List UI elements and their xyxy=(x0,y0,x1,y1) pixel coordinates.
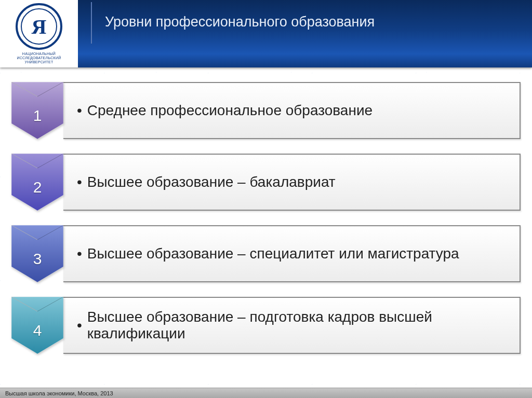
list-item: 1 • Среднее профессиональное образование xyxy=(11,82,521,139)
bullet-icon: • xyxy=(77,317,82,334)
levels-list: 1 • Среднее профессиональное образование… xyxy=(0,67,532,354)
list-item: 2 • Высшее образование – бакалавриат xyxy=(11,154,521,211)
list-item: 4 • Высшее образование – подготовка кадр… xyxy=(11,297,521,354)
level-number: 2 xyxy=(33,179,42,196)
level-text-box: • Высшее образование – подготовка кадров… xyxy=(63,297,521,354)
footer-text: Высшая школа экономики, Москва, 2013 xyxy=(5,390,113,396)
logo-subtext: НАЦИОНАЛЬНЫЙ ИССЛЕДОВАТЕЛЬСКИЙ УНИВЕРСИТ… xyxy=(0,52,78,64)
header: Я НАЦИОНАЛЬНЫЙ ИССЛЕДОВАТЕЛЬСКИЙ УНИВЕРС… xyxy=(0,0,532,67)
page-title: Уровни профессионального образования xyxy=(105,14,375,30)
level-number: 1 xyxy=(33,107,42,125)
logo-letter: Я xyxy=(32,15,47,39)
logo-sub-line1: НАЦИОНАЛЬНЫЙ ИССЛЕДОВАТЕЛЬСКИЙ xyxy=(17,52,61,60)
logo-ring: Я xyxy=(16,3,62,50)
level-number: 3 xyxy=(33,250,42,268)
title-area: Уровни профессионального образования xyxy=(78,0,532,44)
level-number: 4 xyxy=(33,322,42,339)
chevron-badge-4: 4 xyxy=(11,297,63,354)
logo-sub-line2: УНИВЕРСИТЕТ xyxy=(24,60,53,64)
footer: Высшая школа экономики, Москва, 2013 xyxy=(0,388,532,398)
list-item: 3 • Высшее образование – специалитет или… xyxy=(11,225,521,282)
level-text: Высшее образование – подготовка кадров в… xyxy=(87,309,506,342)
chevron-badge-3: 3 xyxy=(11,225,63,282)
bullet-icon: • xyxy=(77,102,82,119)
bullet-icon: • xyxy=(77,174,82,190)
bullet-icon: • xyxy=(77,245,82,262)
logo: Я НАЦИОНАЛЬНЫЙ ИССЛЕДОВАТЕЛЬСКИЙ УНИВЕРС… xyxy=(0,0,78,67)
level-text: Среднее профессиональное образование xyxy=(87,102,373,119)
level-text-box: • Высшее образование – специалитет или м… xyxy=(63,225,521,282)
level-text: Высшее образование – специалитет или маг… xyxy=(87,245,459,262)
title-divider xyxy=(91,2,92,44)
level-text: Высшее образование – бакалавриат xyxy=(87,174,336,190)
level-text-box: • Высшее образование – бакалавриат xyxy=(63,154,521,211)
chevron-badge-1: 1 xyxy=(11,82,63,139)
chevron-badge-2: 2 xyxy=(11,154,63,211)
level-text-box: • Среднее профессиональное образование xyxy=(63,82,521,139)
